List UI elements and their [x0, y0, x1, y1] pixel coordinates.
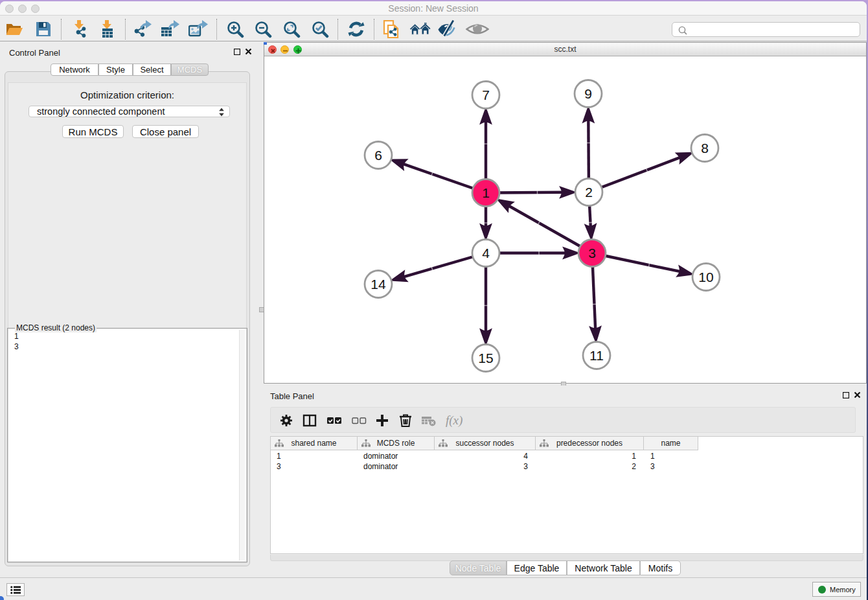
svg-text:3: 3	[588, 246, 596, 260]
svg-text:9: 9	[584, 86, 592, 101]
svg-text:1: 1	[482, 185, 490, 200]
svg-text:6: 6	[374, 148, 382, 163]
svg-text:11: 11	[589, 348, 604, 363]
svg-text:15: 15	[478, 351, 493, 365]
svg-text:4: 4	[482, 246, 490, 260]
svg-text:10: 10	[698, 270, 713, 284]
svg-text:14: 14	[371, 277, 386, 292]
svg-text:8: 8	[701, 141, 709, 156]
svg-text:7: 7	[482, 87, 490, 102]
svg-text:2: 2	[585, 185, 593, 200]
svg-text:f(x): f(x)	[446, 413, 463, 428]
